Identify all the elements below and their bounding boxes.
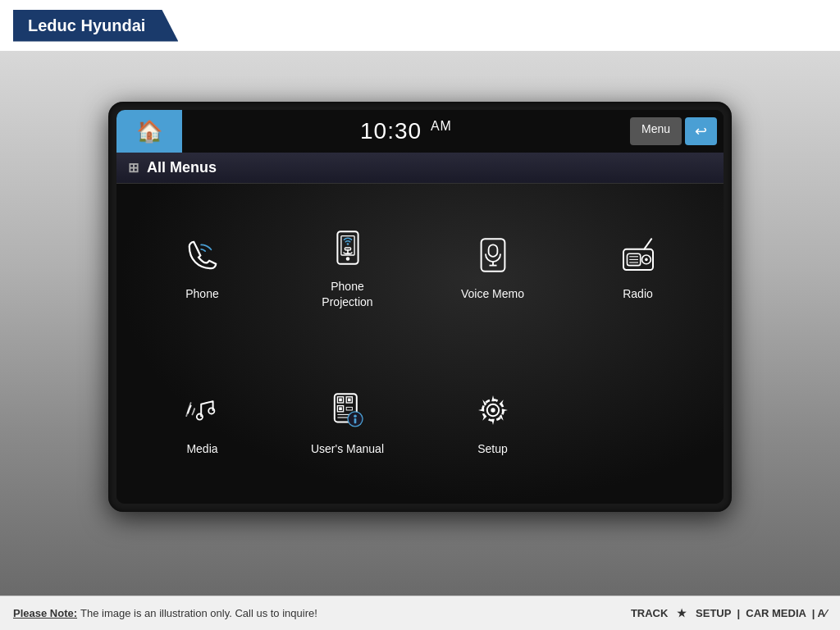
svg-point-20 bbox=[645, 258, 648, 262]
screen-display: 🏠 10:30 AM Menu ↩ ⊞ All Menus bbox=[116, 110, 724, 504]
svg-rect-29 bbox=[339, 408, 342, 411]
bottom-bar: Please Note: The image is an illustratio… bbox=[0, 596, 840, 630]
menu-item-setup[interactable]: Setup bbox=[423, 347, 562, 495]
menu-item-voice-memo[interactable]: Voice Memo bbox=[423, 192, 562, 340]
menu-item-media[interactable]: Media bbox=[133, 347, 272, 495]
svg-line-7 bbox=[343, 253, 345, 254]
svg-point-2 bbox=[345, 258, 349, 262]
menu-button[interactable]: Menu bbox=[630, 117, 682, 145]
users-manual-icon bbox=[323, 386, 372, 435]
time-value: 10:30 bbox=[360, 118, 422, 144]
back-button[interactable]: ↩ bbox=[685, 117, 717, 145]
car-area: 🏠 10:30 AM Menu ↩ ⊞ All Menus bbox=[0, 51, 840, 596]
screen-header: 🏠 10:30 AM Menu ↩ bbox=[116, 110, 724, 153]
home-icon: 🏠 bbox=[136, 119, 162, 144]
menu-item-users-manual[interactable]: User's Manual bbox=[278, 347, 417, 495]
note-label: Please Note: bbox=[13, 607, 77, 619]
svg-point-34 bbox=[354, 415, 357, 418]
phone-projection-icon bbox=[323, 223, 372, 272]
svg-rect-28 bbox=[348, 399, 351, 402]
home-button[interactable]: 🏠 bbox=[116, 110, 182, 153]
all-menus-bar: ⊞ All Menus bbox=[116, 153, 724, 184]
svg-rect-9 bbox=[481, 240, 504, 272]
svg-rect-10 bbox=[488, 245, 497, 257]
svg-rect-30 bbox=[346, 408, 352, 411]
svg-point-22 bbox=[208, 409, 214, 414]
header-buttons: Menu ↩ bbox=[630, 117, 724, 145]
users-manual-label: User's Manual bbox=[311, 441, 384, 456]
menu-item-phone-projection[interactable]: PhoneProjection bbox=[278, 192, 417, 340]
phone-projection-label: PhoneProjection bbox=[322, 279, 372, 308]
menu-item-phone[interactable]: Phone bbox=[133, 192, 272, 340]
all-menus-label: All Menus bbox=[147, 159, 217, 176]
menu-item-empty bbox=[568, 347, 707, 495]
note-text: The image is an illustration only. Call … bbox=[80, 607, 317, 619]
svg-point-21 bbox=[196, 414, 202, 420]
voice-memo-label: Voice Memo bbox=[461, 286, 524, 301]
dealer-name: Leduc Hyundai bbox=[28, 16, 145, 34]
dealer-logo: Leduc Hyundai bbox=[13, 10, 178, 42]
radio-icon bbox=[614, 231, 663, 280]
svg-rect-5 bbox=[345, 248, 350, 250]
svg-line-14 bbox=[644, 240, 651, 250]
voice-memo-icon bbox=[468, 231, 518, 280]
setup-label-bottom: SETUP bbox=[696, 607, 731, 619]
media-label: Media bbox=[186, 441, 217, 456]
menu-grid: Phone bbox=[116, 184, 724, 504]
svg-rect-27 bbox=[339, 399, 342, 402]
media-icon bbox=[178, 386, 227, 435]
track-label: TRACK bbox=[631, 607, 669, 619]
time-display: 10:30 AM bbox=[182, 118, 630, 144]
svg-rect-35 bbox=[354, 418, 356, 423]
setup-label: Setup bbox=[477, 441, 508, 456]
am-pm-label: AM bbox=[431, 119, 452, 133]
svg-line-8 bbox=[350, 253, 352, 254]
phone-icon bbox=[178, 231, 227, 280]
grid-icon: ⊞ bbox=[128, 160, 139, 176]
radio-label: Radio bbox=[623, 286, 653, 301]
car-media-label: TRACK ★ SETUP | CAR MEDIA | A∕ bbox=[631, 607, 827, 619]
menu-item-radio[interactable]: Radio bbox=[568, 192, 707, 340]
car-media-text: CAR MEDIA bbox=[746, 607, 806, 619]
svg-point-37 bbox=[491, 409, 495, 413]
svg-point-3 bbox=[346, 243, 349, 245]
phone-label: Phone bbox=[185, 286, 218, 301]
setup-icon bbox=[468, 386, 518, 435]
screen-bezel: 🏠 10:30 AM Menu ↩ ⊞ All Menus bbox=[108, 102, 732, 512]
top-bar: Leduc Hyundai bbox=[0, 0, 840, 51]
